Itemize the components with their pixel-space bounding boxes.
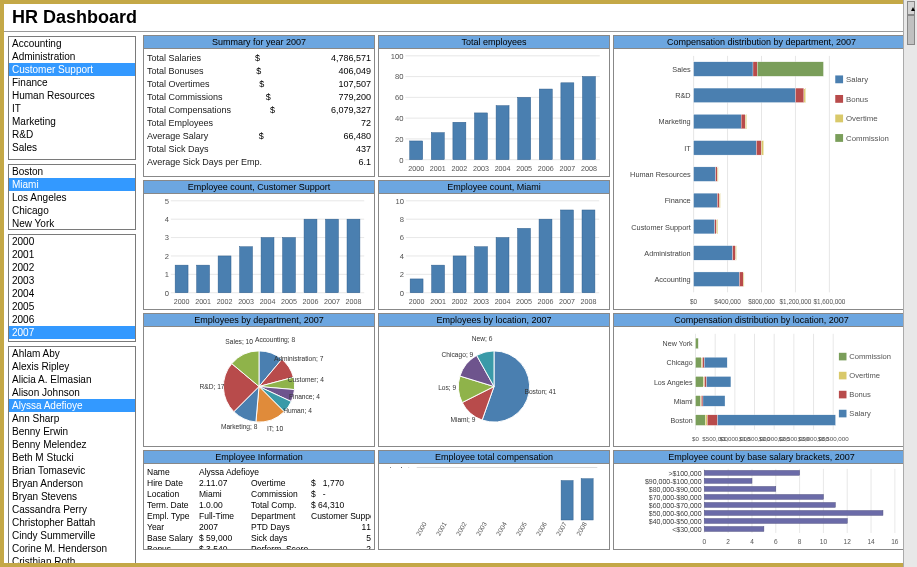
- svg-text:Commission: Commission: [849, 352, 891, 361]
- summary-row: Total Bonuses$406,049: [147, 65, 371, 78]
- svg-text:$0: $0: [690, 298, 698, 305]
- list-item[interactable]: 2001: [9, 248, 135, 261]
- list-item[interactable]: Corine M. Henderson: [9, 542, 135, 555]
- svg-rect-200: [839, 410, 847, 418]
- list-item[interactable]: Los Angeles: [9, 191, 135, 204]
- list-item[interactable]: Bryan Anderson: [9, 477, 135, 490]
- list-item[interactable]: Boston: [9, 165, 135, 178]
- list-item[interactable]: Beth M Stucki: [9, 451, 135, 464]
- svg-rect-274: [561, 481, 573, 520]
- panel-title: Compensation distribution by department,…: [614, 36, 909, 49]
- svg-rect-43: [757, 62, 823, 76]
- summary-panel: Summary for year 2007 Total Salaries$4,7…: [143, 35, 375, 177]
- svg-text:60: 60: [395, 93, 403, 102]
- svg-text:2002: 2002: [217, 298, 233, 306]
- list-item[interactable]: New York: [9, 217, 135, 230]
- svg-text:Customer Support: Customer Support: [631, 223, 690, 232]
- list-item[interactable]: Christopher Battah: [9, 516, 135, 529]
- list-item[interactable]: Administration: [9, 50, 135, 63]
- label: Base Salary: [147, 533, 199, 544]
- svg-rect-50: [694, 114, 742, 128]
- list-item[interactable]: Benny Melendez: [9, 438, 135, 451]
- location-listbox[interactable]: BostonMiamiLos AngelesChicagoNew York: [8, 164, 136, 230]
- list-item[interactable]: Accounting: [9, 37, 135, 50]
- list-item[interactable]: 2006: [9, 313, 135, 326]
- svg-rect-72: [717, 219, 718, 233]
- year-listbox[interactable]: 200020012002200320042005200620072008: [8, 234, 136, 342]
- list-item[interactable]: Chicago: [9, 204, 135, 217]
- list-item[interactable]: Alison Johnson: [9, 386, 135, 399]
- svg-text:8: 8: [400, 215, 404, 224]
- svg-text:2003: 2003: [475, 520, 488, 536]
- svg-rect-182: [707, 376, 731, 387]
- list-item[interactable]: Human Resources: [9, 89, 135, 102]
- svg-rect-179: [696, 376, 704, 387]
- label: Empl. Type: [147, 511, 199, 522]
- svg-text:Marketing: Marketing: [659, 118, 691, 127]
- list-item[interactable]: 2002: [9, 261, 135, 274]
- list-item[interactable]: Brian Tomasevic: [9, 464, 135, 477]
- list-item[interactable]: R&D: [9, 128, 135, 141]
- department-listbox[interactable]: ▴ AccountingAdministrationCustomer Suppo…: [8, 36, 136, 160]
- panel-title: Total employees: [379, 36, 609, 49]
- value: $ 1,770: [311, 478, 371, 489]
- svg-rect-194: [839, 353, 847, 361]
- list-item[interactable]: 2008: [9, 339, 135, 342]
- list-item[interactable]: 2000: [9, 235, 135, 248]
- list-item[interactable]: Ann Sharp: [9, 412, 135, 425]
- svg-rect-111: [240, 247, 253, 293]
- svg-rect-175: [701, 357, 702, 368]
- panel-title: Employees by department, 2007: [144, 314, 374, 327]
- employee-listbox[interactable]: ▴ Ahlam AbyAlexis RipleyAlicia A. Elmasi…: [8, 346, 136, 565]
- list-item[interactable]: 2007: [9, 326, 135, 339]
- list-item[interactable]: Alexis Ripley: [9, 360, 135, 373]
- list-item[interactable]: Cristhian Roth: [9, 555, 135, 565]
- list-item[interactable]: 2005: [9, 300, 135, 313]
- svg-rect-151: [582, 210, 595, 293]
- svg-text:8: 8: [798, 538, 802, 545]
- list-item[interactable]: Bryan Stevens: [9, 490, 135, 503]
- panel-title: Summary for year 2007: [144, 36, 374, 49]
- svg-text:Bonus: Bonus: [849, 390, 871, 399]
- svg-rect-87: [835, 95, 843, 103]
- list-item[interactable]: Alyssa Adefioye: [9, 399, 135, 412]
- value: 1.0.00: [199, 500, 251, 511]
- label: Year: [147, 522, 199, 533]
- svg-rect-119: [326, 219, 339, 293]
- list-item[interactable]: Cassandra Perry: [9, 503, 135, 516]
- list-item[interactable]: Alicia A. Elmasian: [9, 373, 135, 386]
- list-item[interactable]: Miami: [9, 178, 135, 191]
- list-item[interactable]: IT: [9, 102, 135, 115]
- svg-text:IT: IT: [684, 144, 691, 153]
- list-item[interactable]: Ahlam Aby: [9, 347, 135, 360]
- emp-info-grid: NameAlyssa Adefioye Hire Date2.11.07Over…: [147, 467, 371, 549]
- value: $ -: [311, 489, 371, 500]
- svg-text:2006: 2006: [538, 165, 554, 173]
- svg-text:2002: 2002: [452, 298, 468, 306]
- svg-text:2001: 2001: [195, 298, 211, 306]
- svg-rect-75: [694, 246, 733, 260]
- list-item[interactable]: Cindy Summerville: [9, 529, 135, 542]
- svg-text:2007: 2007: [559, 165, 575, 173]
- list-item[interactable]: Customer Support: [9, 63, 135, 76]
- svg-rect-244: [704, 511, 883, 516]
- list-item[interactable]: Benny Erwin: [9, 425, 135, 438]
- summary-row: Average Salary$66,480: [147, 130, 371, 143]
- svg-text:Los; 9: Los; 9: [438, 384, 456, 391]
- summary-row: Average Sick Days per Emp.6.1: [147, 156, 371, 169]
- svg-text:0: 0: [165, 289, 169, 298]
- svg-text:2002: 2002: [455, 520, 468, 536]
- label: Commission: [251, 489, 311, 500]
- svg-text:$800,000: $800,000: [748, 298, 775, 305]
- svg-text:IT; 10: IT; 10: [267, 425, 284, 432]
- panel-title: Employee count, Miami: [379, 181, 609, 194]
- list-item[interactable]: Finance: [9, 76, 135, 89]
- svg-text:2004: 2004: [260, 298, 276, 306]
- svg-text:Sales: Sales: [672, 65, 691, 74]
- list-item[interactable]: Sales: [9, 141, 135, 154]
- list-item[interactable]: 2003: [9, 274, 135, 287]
- summary-row: Total Commissions$779,200: [147, 91, 371, 104]
- svg-text:$90,000-$100,000: $90,000-$100,000: [645, 478, 702, 485]
- list-item[interactable]: Marketing: [9, 115, 135, 128]
- list-item[interactable]: 2004: [9, 287, 135, 300]
